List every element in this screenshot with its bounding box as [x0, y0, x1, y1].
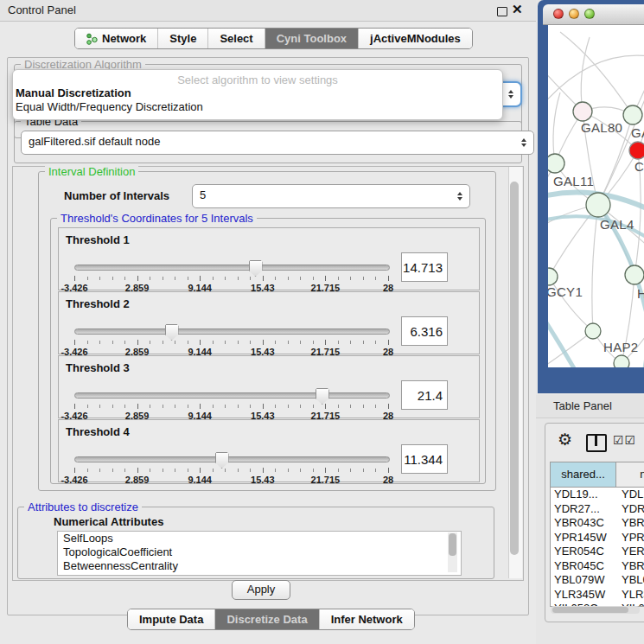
- threshold-slider[interactable]: -3.4262.8599.14415.4321.71528: [74, 387, 388, 420]
- threshold-slider[interactable]: -3.4262.8599.14415.4321.71528: [74, 451, 388, 484]
- tab-network[interactable]: Network: [75, 29, 157, 48]
- node-label: GAL80: [581, 120, 622, 135]
- network-node[interactable]: [548, 154, 564, 173]
- table-cell[interactable]: YPR1: [616, 531, 644, 545]
- network-node[interactable]: [585, 323, 601, 339]
- apply-button[interactable]: Apply: [232, 580, 290, 600]
- table-row[interactable]: YDL19...YDL1: [551, 488, 644, 502]
- tab-jactivemnodules[interactable]: jActiveMNodules: [358, 29, 472, 48]
- attribute-item[interactable]: BetweennessCentrality: [58, 559, 461, 573]
- network-node[interactable]: [573, 102, 592, 121]
- tab-impute-data[interactable]: Impute Data: [128, 609, 214, 629]
- mac-zoom-icon[interactable]: [584, 9, 595, 19]
- close-icon[interactable]: ✕: [512, 2, 523, 17]
- table-cell[interactable]: YDR27...: [551, 502, 616, 517]
- slider-tick-labels: -3.4262.8599.14415.4321.71528: [74, 475, 388, 485]
- table-data-combobox[interactable]: galFiltered.sif default node: [21, 131, 534, 155]
- threshold-4-value-field[interactable]: 11.344: [401, 444, 448, 474]
- algorithm-dropdown-popup: Select algorithm to view settings Manual…: [12, 69, 503, 120]
- tab-infer-network[interactable]: Infer Network: [319, 609, 414, 629]
- float-window-icon[interactable]: [497, 7, 507, 16]
- mac-minimize-icon[interactable]: [569, 9, 579, 19]
- table-data-value: galFiltered.sif default node: [29, 135, 160, 148]
- algorithm-option-manual-discretization[interactable]: Manual Discretization: [13, 86, 502, 100]
- slider-track[interactable]: [74, 456, 390, 462]
- table-cell[interactable]: YER054C: [551, 545, 616, 559]
- table-cell[interactable]: YBL0: [616, 573, 644, 588]
- checkbox-icons[interactable]: ☑☑: [613, 433, 636, 447]
- tab-discretize-data[interactable]: Discretize Data: [214, 609, 318, 629]
- table-row[interactable]: YPR145WYPR1: [551, 531, 644, 545]
- tick-label: 15.43: [251, 475, 275, 485]
- table-cell[interactable]: YDR2: [616, 502, 644, 517]
- table-row[interactable]: YBR043CYBR0: [551, 516, 644, 531]
- split-view-icon[interactable]: [586, 434, 607, 452]
- tick-label: 2.859: [125, 475, 150, 485]
- number-of-intervals-combobox[interactable]: 5: [192, 184, 470, 208]
- tab-cyni-toolbox[interactable]: Cyni Toolbox: [265, 29, 358, 48]
- slider-thumb-icon[interactable]: [316, 388, 329, 405]
- slider-thumb-icon[interactable]: [215, 452, 229, 469]
- thresholds-group-title: Threshold's Coordinates for 5 Intervals: [57, 212, 257, 225]
- table-row[interactable]: YLR345WYLR3: [551, 588, 644, 603]
- tick-label: 21.715: [311, 475, 341, 485]
- attribute-item[interactable]: SelfLoops: [58, 532, 461, 545]
- network-node[interactable]: [623, 105, 642, 124]
- threshold-1-value-field[interactable]: 14.713: [401, 252, 448, 282]
- slider-thumb-icon[interactable]: [165, 324, 179, 341]
- table-cell[interactable]: YBL079W: [551, 573, 616, 588]
- table-cell[interactable]: YBR045C: [551, 559, 616, 574]
- slider-track[interactable]: [74, 265, 390, 271]
- table-cell[interactable]: YER0: [616, 545, 644, 559]
- table-header-row: shared...na: [551, 462, 644, 488]
- network-node[interactable]: [548, 268, 558, 285]
- combo-arrows-icon: [521, 138, 526, 147]
- attribute-item[interactable]: TopologicalCoefficient: [58, 545, 461, 559]
- tick-label: 28: [383, 475, 393, 485]
- table-row[interactable]: YDR27...YDR2: [551, 502, 644, 517]
- tab-label: Network: [102, 32, 146, 45]
- threshold-3-value-field[interactable]: 21.4: [401, 380, 448, 410]
- threshold-slider[interactable]: -3.4262.8599.14415.4321.71528: [74, 259, 388, 292]
- column-header-na[interactable]: na: [616, 462, 644, 487]
- list-scrollbar-thumb[interactable]: [449, 533, 456, 556]
- node-label: GA: [631, 125, 644, 140]
- network-edge: [592, 205, 598, 331]
- threshold-1-panel: Threshold 1-3.4262.8599.14415.4321.71528…: [58, 227, 480, 290]
- table-row[interactable]: YER054CYER0: [551, 545, 644, 559]
- threshold-slider[interactable]: -3.4262.8599.14415.4321.71528: [74, 323, 388, 356]
- threshold-label: Threshold 3: [66, 361, 130, 374]
- table-cell[interactable]: YDL19...: [551, 488, 616, 502]
- table-row[interactable]: YBR045CYBR0: [551, 559, 644, 574]
- algorithm-placeholder-option[interactable]: Select algorithm to view settings: [13, 73, 502, 86]
- tab-select[interactable]: Select: [207, 29, 264, 48]
- settings-gear-icon[interactable]: ⚙: [558, 431, 572, 449]
- tab-label: Select: [220, 32, 252, 45]
- network-node[interactable]: [625, 265, 644, 284]
- table-cell[interactable]: YBR043C: [551, 516, 616, 531]
- table-cell[interactable]: YLR3: [616, 588, 644, 603]
- network-canvas[interactable]: GAL80GACGAL11GAL4GCY1HHAP2: [548, 25, 644, 367]
- table-cell[interactable]: YBR0: [616, 559, 644, 574]
- threshold-2-value-field[interactable]: 6.316: [401, 316, 448, 346]
- algorithm-options: Manual DiscretizationEqual Width/Frequen…: [13, 86, 502, 114]
- tab-label: Discretize Data: [226, 613, 307, 626]
- column-header-shared[interactable]: shared...: [551, 462, 616, 487]
- node-table: shared...na YDL19...YDL1YDR27...YDR2YBR0…: [550, 462, 644, 607]
- table-cell[interactable]: YBR0: [616, 516, 644, 531]
- table-cell[interactable]: YDL1: [616, 488, 644, 502]
- horizontal-scrollbar-thumb[interactable]: [552, 607, 628, 613]
- table-row[interactable]: YBL079WYBL0: [551, 573, 644, 588]
- slider-track[interactable]: [74, 328, 390, 335]
- slider-track[interactable]: [74, 392, 390, 399]
- slider-thumb-icon[interactable]: [249, 260, 263, 277]
- algorithm-option-equal-width-frequency-discretization[interactable]: Equal Width/Frequency Discretization: [13, 100, 502, 114]
- table-cell[interactable]: YPR145W: [551, 531, 616, 545]
- vertical-scrollbar-thumb[interactable]: [510, 182, 519, 555]
- network-node[interactable]: [629, 142, 644, 159]
- network-node[interactable]: [614, 355, 629, 367]
- table-cell[interactable]: YLR345W: [551, 588, 616, 603]
- mac-close-icon[interactable]: [553, 9, 564, 19]
- network-node[interactable]: [586, 193, 610, 217]
- tab-style[interactable]: Style: [157, 29, 207, 48]
